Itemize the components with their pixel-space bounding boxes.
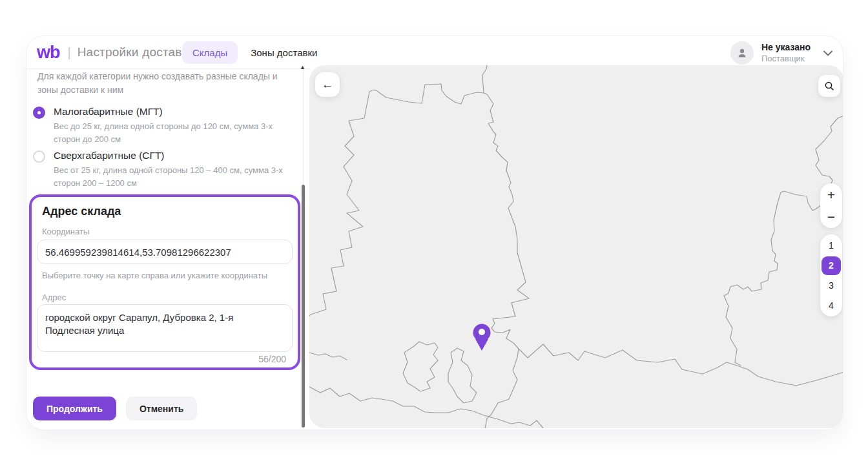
zoom-level-2[interactable]: 2 <box>822 256 841 275</box>
user-role: Поставщик <box>761 54 811 64</box>
zoom-level-list: 1 2 3 4 <box>820 234 842 316</box>
category-option-sgt[interactable]: Сверхгабаритные (СГТ) Вес от 25 кг, длин… <box>33 150 298 189</box>
category-label: Сверхгабаритные (СГТ) <box>54 150 294 161</box>
category-description: Вес от 25 кг, длина одной стороны 120 – … <box>54 164 294 189</box>
zoom-level-4[interactable]: 4 <box>822 296 841 315</box>
scrollbar-up-arrow[interactable]: ▲ <box>300 64 305 70</box>
continue-button[interactable]: Продолжить <box>33 397 116 420</box>
back-button[interactable]: ← <box>315 72 340 97</box>
map-pin[interactable] <box>473 324 491 351</box>
delivery-settings-window: wb | Настройки доставки Склады Зоны дост… <box>26 36 843 430</box>
category-description: Вес до 25 кг, длина одной стороны до 120… <box>54 120 294 145</box>
cancel-button[interactable]: Отменить <box>126 397 197 420</box>
app-header: wb | Настройки доставки Склады Зоны дост… <box>26 36 843 68</box>
header-divider <box>26 68 309 69</box>
zoom-controls: + − <box>820 183 842 228</box>
coordinates-label: Координаты <box>42 227 89 236</box>
chevron-down-icon <box>823 50 832 56</box>
avatar <box>730 41 754 65</box>
header-tabs: Склады Зоны доставки <box>182 41 327 63</box>
form-actions: Продолжить Отменить <box>33 397 197 420</box>
radio-icon <box>33 107 45 119</box>
address-card-title: Адрес склада <box>42 205 121 218</box>
user-menu[interactable]: Не указано Поставщик <box>730 41 832 65</box>
radio-icon <box>33 150 45 163</box>
warehouse-address-card: Адрес склада Координаты Выберите точку н… <box>29 194 300 370</box>
brand: wb | Настройки доставки <box>37 36 194 68</box>
map-canvas[interactable]: ← + − 1 2 3 4 <box>309 65 843 428</box>
tab-delivery-zones[interactable]: Зоны доставки <box>240 41 327 64</box>
user-info: Не указано Поставщик <box>761 42 811 64</box>
coordinates-hint: Выберите точку на карте справа или укажи… <box>42 271 267 280</box>
person-icon <box>736 47 748 59</box>
region-borders <box>309 65 843 428</box>
coordinates-input[interactable] <box>37 240 293 264</box>
user-name: Не указано <box>761 42 811 54</box>
scrollbar-thumb[interactable] <box>302 185 305 428</box>
wb-logo: wb <box>37 43 60 63</box>
back-arrow-icon: ← <box>322 78 334 92</box>
address-textarea[interactable] <box>37 304 293 352</box>
zoom-level-3[interactable]: 3 <box>822 276 841 295</box>
address-label: Адрес <box>42 293 66 302</box>
sidebar-intro: Для каждой категории нужно создавать раз… <box>37 70 298 97</box>
char-counter: 56/200 <box>258 354 286 364</box>
search-button[interactable] <box>818 75 840 97</box>
app-title: Настройки доставки <box>78 45 194 59</box>
zoom-out-button[interactable]: − <box>820 206 842 229</box>
zoom-in-button[interactable]: + <box>820 183 842 206</box>
tab-warehouses[interactable]: Склады <box>182 41 238 64</box>
zoom-level-1[interactable]: 1 <box>822 236 841 255</box>
logo-separator: | <box>68 45 71 60</box>
category-label: Малогабаритные (МГТ) <box>54 106 294 118</box>
search-icon <box>824 81 834 91</box>
category-option-mgt[interactable]: Малогабаритные (МГТ) Вес до 25 кг, длина… <box>33 106 298 145</box>
